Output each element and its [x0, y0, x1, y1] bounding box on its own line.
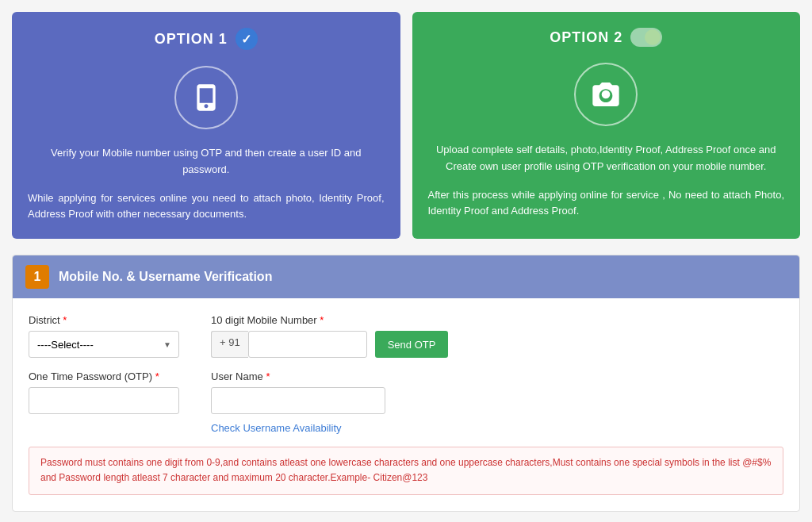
section-header: 1 Mobile No. & Username Verification [13, 255, 799, 298]
option-1-card[interactable]: OPTION 1 ✓ Verify your Mobile number usi… [12, 12, 400, 239]
otp-group: One Time Password (OTP) * [29, 370, 179, 414]
username-input[interactable] [211, 387, 385, 414]
otp-input[interactable] [29, 387, 179, 414]
form-row-1: District * ----Select---- 10 digit Mobil… [29, 314, 783, 358]
username-required: * [266, 370, 270, 382]
option-1-header: OPTION 1 ✓ [28, 28, 385, 50]
district-select-wrapper[interactable]: ----Select---- [29, 331, 179, 358]
verification-section: 1 Mobile No. & Username Verification Dis… [12, 255, 800, 511]
password-note: Password must contains one digit from 0-… [29, 447, 783, 494]
username-label: User Name * [211, 370, 385, 382]
mobile-icon [190, 82, 222, 113]
option-2-description: Upload complete self details, photo,Iden… [428, 142, 785, 175]
otp-label: One Time Password (OTP) * [29, 370, 179, 382]
mobile-label: 10 digit Mobile Number * [211, 314, 448, 326]
mobile-group: 10 digit Mobile Number * + 91 Send OTP [211, 314, 448, 358]
otp-required: * [155, 370, 159, 382]
option-1-note: While applying for services online you n… [28, 190, 385, 224]
option-1-description: Verify your Mobile number using OTP and … [28, 145, 385, 178]
mobile-number-input[interactable] [248, 331, 367, 358]
option-2-note: After this process while applying online… [428, 187, 785, 221]
form-row-2: One Time Password (OTP) * User Name * Ch… [29, 370, 783, 434]
district-label: District * [29, 314, 179, 326]
check-username-link[interactable]: Check Username Availability [211, 422, 385, 434]
toggle-badge-icon [630, 28, 662, 47]
camera-icon [590, 79, 622, 110]
option-2-label: OPTION 2 [550, 29, 622, 46]
mobile-required: * [320, 314, 324, 326]
option-1-icon-circle [174, 66, 238, 129]
district-select[interactable]: ----Select---- [29, 331, 179, 358]
option-2-card[interactable]: OPTION 2 Upload complete self details, p… [412, 12, 801, 239]
option-2-header: OPTION 2 [428, 28, 785, 47]
district-required: * [63, 314, 67, 326]
options-row: OPTION 1 ✓ Verify your Mobile number usi… [12, 12, 800, 239]
section-number: 1 [25, 265, 49, 289]
section-title: Mobile No. & Username Verification [59, 270, 272, 284]
mobile-input-group: + 91 Send OTP [211, 331, 448, 358]
country-code: + 91 [211, 331, 248, 358]
option-1-label: OPTION 1 [155, 31, 228, 48]
check-badge-icon: ✓ [236, 28, 258, 50]
district-group: District * ----Select---- [29, 314, 179, 358]
option-2-icon-circle [574, 63, 638, 126]
section-body: District * ----Select---- 10 digit Mobil… [13, 298, 799, 510]
send-otp-button[interactable]: Send OTP [375, 331, 449, 358]
username-group: User Name * Check Username Availability [211, 370, 385, 434]
